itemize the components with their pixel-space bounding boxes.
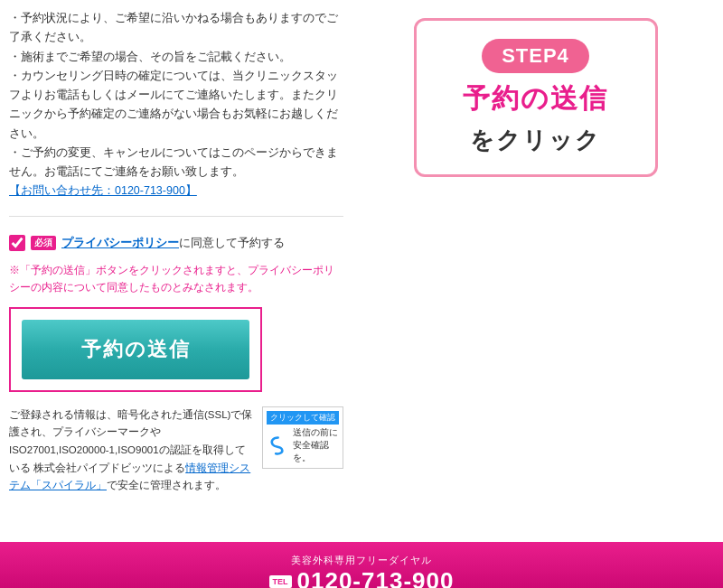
left-panel: ・予約状況により、ご希望に沿いかねる場合もありますのでご了承ください。 ・施術ま…: [9, 9, 343, 533]
privacy-checkbox[interactable]: [9, 235, 25, 251]
spiral-logo: 送信の前に 安全確認を。: [267, 426, 339, 464]
right-panel: STEP4 予約の送信 をクリック: [357, 9, 714, 533]
phone-label: 美容外科専用フリーダイヤル: [291, 554, 432, 567]
phone-icon-badge: TEL: [269, 575, 292, 588]
privacy-suffix: に同意して予約する: [179, 236, 285, 249]
bullet-1: ・予約状況により、ご希望に沿いかねる場合もありますのでご了承ください。: [9, 12, 338, 43]
privacy-policy-link[interactable]: プライバシーポリシー: [61, 236, 179, 249]
spiral-badge-line1: 送信の前に: [293, 426, 339, 439]
privacy-row: 必須 プライバシーポリシーに同意して予約する: [9, 235, 343, 251]
divider-1: [9, 216, 343, 217]
spiral-icon: [267, 432, 289, 459]
phone-footer: 美容外科専用フリーダイヤル TEL 0120-713-900: [0, 542, 723, 588]
info-text-block: ・予約状況により、ご希望に沿いかねる場合もありますのでご了承ください。 ・施術ま…: [9, 9, 343, 201]
step-tag: STEP4: [482, 39, 589, 73]
step-main-text: 予約の送信: [463, 80, 608, 117]
submit-button[interactable]: 予約の送信: [22, 320, 249, 379]
spiral-text-right: 送信の前に 安全確認を。: [293, 426, 339, 464]
phone-inner: 美容外科専用フリーダイヤル TEL 0120-713-900: [269, 554, 455, 588]
spiral-badge-top: クリックして確認: [267, 411, 339, 425]
bullet-2: ・施術までご希望の場合、その旨をご記載ください。: [9, 51, 291, 63]
contact-link[interactable]: 【お問い合わせ先：0120-713-900】: [9, 184, 197, 197]
ssl-text: ご登録される情報は、暗号化された通信(SSL)で保護され、プライバシーマークやI…: [9, 406, 253, 495]
spiral-badge-line2: 安全確認を。: [293, 439, 339, 464]
phone-number-row: TEL 0120-713-900: [269, 567, 455, 588]
step-card: STEP4 予約の送信 をクリック: [414, 18, 658, 177]
phone-number: 0120-713-900: [297, 567, 455, 588]
ssl-text-part2: で安全に管理されます。: [107, 480, 226, 490]
ssl-section: ご登録される情報は、暗号化された通信(SSL)で保護され、プライバシーマークやI…: [9, 406, 343, 495]
bullet-3: ・カウンセリング日時の確定については、当クリニックスタッフよりお電話もしくはメー…: [9, 70, 338, 140]
step-sub-text: をクリック: [470, 125, 601, 156]
spiral-badge[interactable]: クリックして確認 送信の前に 安全確認を。: [262, 406, 343, 469]
hissu-badge: 必須: [31, 236, 56, 250]
notice-text: ※「予約の送信」ボタンをクリックされますと、プライバシーポリシーの内容について同…: [9, 262, 343, 296]
bullet-4: ・ご予約の変更、キャンセルについてはこのページからできません。お電話にてご連絡を…: [9, 146, 338, 178]
submit-btn-wrapper: 予約の送信: [9, 307, 262, 392]
